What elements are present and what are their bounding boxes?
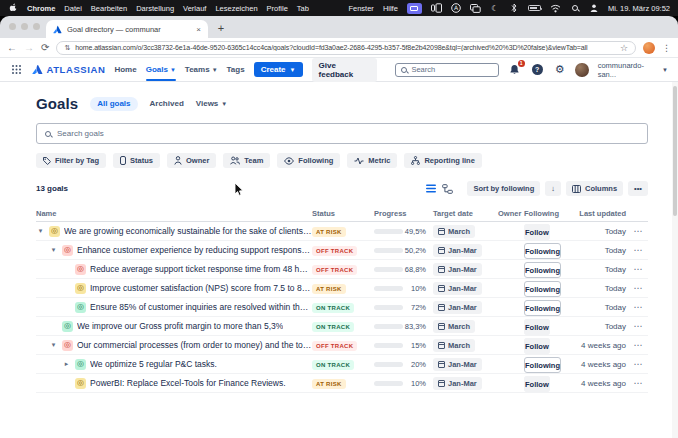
site-info-icon[interactable]: ⇅ [64, 44, 70, 52]
browser-menu-icon[interactable]: ⋮ [662, 43, 671, 53]
filter-following-button[interactable]: Following [277, 153, 340, 168]
create-button[interactable]: Create▼ [254, 62, 303, 77]
col-last-updated[interactable]: Last updated [570, 209, 628, 218]
new-tab-button[interactable]: + [214, 21, 228, 35]
back-button[interactable]: ← [7, 42, 17, 53]
follow-button[interactable]: Following [524, 357, 561, 373]
spotlight-icon[interactable] [570, 3, 580, 14]
menubar-item-hilfe[interactable]: Hilfe [383, 4, 398, 13]
columns-button[interactable]: Columns [566, 181, 623, 196]
goal-name[interactable]: Enhance customer experience by reducing … [77, 245, 312, 255]
goal-name[interactable]: Ensure 85% of customer inquiries are res… [90, 302, 312, 312]
zoom-window-button[interactable] [33, 23, 40, 30]
minimize-window-button[interactable] [21, 23, 28, 30]
nav-teams[interactable]: Teams▼ [185, 65, 218, 74]
user-avatar[interactable] [575, 63, 588, 77]
row-more-icon[interactable]: ⋯ [628, 340, 648, 350]
filter-by-tag-button[interactable]: Filter by Tag [36, 153, 106, 168]
table-row[interactable]: ▾ ◎ We are growing economically sustaina… [36, 222, 648, 241]
goal-name[interactable]: PowerBI: Replace Excel-Tools for Finance… [90, 378, 286, 388]
page-scrollbar[interactable] [672, 82, 678, 438]
bookmark-star-icon[interactable]: ☆ [620, 43, 628, 53]
menubar-app-name[interactable]: Chrome [27, 4, 55, 13]
row-more-icon[interactable]: ⋯ [628, 283, 648, 293]
give-feedback-button[interactable]: Give feedback [312, 58, 378, 82]
forward-button[interactable]: → [24, 42, 34, 53]
help-icon[interactable]: ? [531, 63, 544, 77]
goal-name[interactable]: We optimize 5 regular P&C tasks. [90, 359, 217, 369]
row-more-icon[interactable]: ⋯ [628, 321, 648, 331]
menubar-item-tab[interactable]: Tab [297, 4, 309, 13]
col-name[interactable]: Name [36, 209, 312, 218]
table-row[interactable]: ◎ PowerBI: Replace Excel-Tools for Finan… [36, 374, 648, 393]
col-following[interactable]: Following [524, 209, 570, 218]
follow-button[interactable]: Following [524, 281, 561, 297]
menubar-item-lesezeichen[interactable]: Lesezeichen [215, 4, 257, 13]
wifi-icon[interactable] [550, 3, 561, 14]
row-more-icon[interactable]: ⋯ [628, 378, 648, 388]
menubar-item-profile[interactable]: Profile [267, 4, 288, 13]
follow-button[interactable]: Following [524, 243, 561, 259]
reload-button[interactable]: ⟳ [41, 42, 49, 53]
more-options-button[interactable]: ••• [628, 181, 648, 196]
table-row[interactable]: ◎ We improve our Gross profit margin to … [36, 317, 648, 336]
stage-manager-icon[interactable] [431, 3, 442, 14]
tree-view-toggle[interactable] [440, 182, 455, 196]
list-view-toggle[interactable] [423, 182, 438, 196]
goal-name[interactable]: We improve our Gross profit margin to mo… [77, 321, 283, 331]
filter-status-button[interactable]: Status [113, 153, 160, 168]
goal-name[interactable]: We are growing economically sustainable … [64, 226, 312, 236]
menubar-item-verlauf[interactable]: Verlauf [183, 4, 206, 13]
app-switcher-icon[interactable] [10, 63, 23, 77]
table-row[interactable]: ▾ ◎ Our commercial processes (from order… [36, 336, 648, 355]
header-search-input[interactable]: Search [395, 63, 499, 77]
table-row[interactable]: ◎ Reduce average support ticket response… [36, 260, 648, 279]
browser-profile-avatar[interactable] [643, 42, 655, 54]
row-more-icon[interactable]: ⋯ [628, 245, 648, 255]
menubar-clock[interactable]: Mi. 19. März 09:52 [608, 4, 670, 13]
settings-gear-icon[interactable]: ⚙ [553, 63, 566, 77]
table-row[interactable]: ◎ Ensure 85% of customer inquiries are r… [36, 298, 648, 317]
apple-icon[interactable] [8, 3, 18, 14]
col-target-date[interactable]: Target date [433, 209, 498, 218]
row-more-icon[interactable]: ⋯ [628, 359, 648, 369]
scrollbar-thumb[interactable] [673, 86, 677, 216]
goal-name[interactable]: Reduce average support ticket response t… [90, 264, 312, 274]
row-more-icon[interactable]: ⋯ [628, 264, 648, 274]
user-switch-icon[interactable] [589, 3, 599, 14]
col-progress[interactable]: Progress [374, 209, 433, 218]
menubar-item-bearbeiten[interactable]: Bearbeiten [91, 4, 127, 13]
filter-metric-button[interactable]: Metric [347, 153, 397, 168]
tab-all-goals[interactable]: All goals [90, 97, 137, 111]
search-goals-input[interactable]: Search goals [36, 123, 648, 144]
filter-owner-button[interactable]: Owner [167, 153, 216, 168]
sort-direction-button[interactable]: ↓ [545, 181, 561, 196]
org-switcher[interactable]: communardo-san...▼ [598, 61, 668, 79]
focus-moon-icon[interactable]: ☾ [490, 3, 500, 14]
nav-goals[interactable]: Goals▼ [146, 65, 176, 74]
tab-archived[interactable]: Archived [150, 99, 184, 108]
close-window-button[interactable] [9, 23, 16, 30]
row-expander-icon[interactable]: ▸ [62, 360, 71, 368]
views-dropdown[interactable]: Views▼ [196, 99, 228, 108]
bluetooth-icon[interactable] [509, 3, 519, 14]
window-controls[interactable] [9, 23, 40, 30]
sort-by-button[interactable]: Sort by following [467, 181, 540, 196]
follow-button[interactable]: Follow [524, 338, 550, 354]
col-owner[interactable]: Owner [498, 209, 524, 218]
table-row[interactable]: ▸ ◎ We optimize 5 regular P&C tasks. ON … [36, 355, 648, 374]
notifications-bell-icon[interactable]: 1 [508, 63, 521, 77]
row-more-icon[interactable]: ⋯ [628, 302, 648, 312]
nav-home[interactable]: Home [114, 65, 136, 74]
menubar-item-darstellung[interactable]: Darstellung [136, 4, 174, 13]
table-row[interactable]: ◎ Improve customer satisfaction (NPS) sc… [36, 279, 648, 298]
menubar-item-datei[interactable]: Datei [64, 4, 82, 13]
menubar-item-fenster[interactable]: Fenster [348, 4, 373, 13]
accessibility-icon[interactable]: A [451, 3, 461, 14]
follow-button[interactable]: Follow [524, 224, 550, 240]
goal-name[interactable]: Our commercial processes (from order to … [77, 340, 312, 350]
follow-button[interactable]: Following [524, 262, 561, 278]
row-expander-icon[interactable]: ▾ [36, 227, 45, 235]
filter-reporting-line-button[interactable]: Reporting line [404, 153, 481, 168]
follow-button[interactable]: Follow [524, 319, 550, 335]
